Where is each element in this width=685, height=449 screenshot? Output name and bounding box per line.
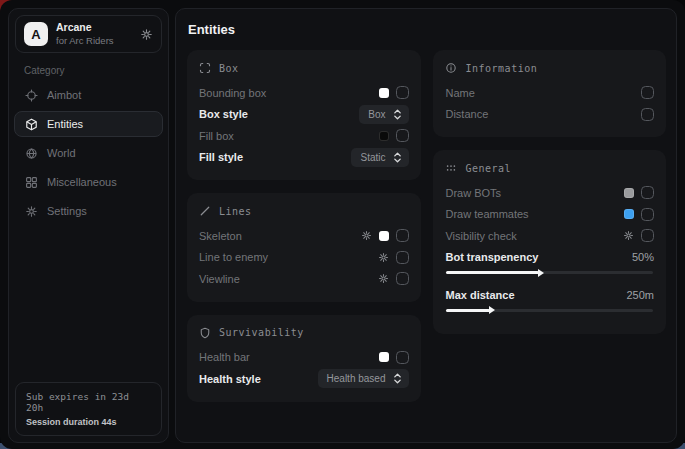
checkbox[interactable] xyxy=(396,351,409,364)
setting-row-health-style: Health style Health based xyxy=(199,368,409,390)
setting-label: Draw teammates xyxy=(445,208,528,220)
checkbox[interactable] xyxy=(641,186,654,199)
slider-thumb[interactable] xyxy=(489,306,495,314)
section-title: Lines xyxy=(219,206,252,217)
checkbox[interactable] xyxy=(396,251,409,264)
sidebar-item-label: World xyxy=(47,147,76,159)
setting-label: Fill style xyxy=(199,151,243,163)
section-information: Information Name Distance xyxy=(433,50,666,137)
chevron-up-down-icon xyxy=(393,152,402,163)
section-lines-header: Lines xyxy=(199,205,409,217)
sidebar-nav: Aimbot Entities World xyxy=(9,82,168,224)
setting-label: Fill box xyxy=(199,130,234,142)
setting-row-fill-box: Fill box xyxy=(199,125,409,147)
gear-icon[interactable] xyxy=(140,28,153,41)
brand-text: Arcane for Arc Riders xyxy=(56,22,114,46)
dropdown-value: Box xyxy=(368,109,385,120)
sidebar-item-settings[interactable]: Settings xyxy=(14,198,163,224)
setting-label: Visibility check xyxy=(445,230,516,242)
setting-label: Viewline xyxy=(199,273,240,285)
dropdown-value: Static xyxy=(360,152,385,163)
gear-icon[interactable] xyxy=(378,273,389,284)
color-swatch[interactable] xyxy=(379,352,389,362)
checkbox[interactable] xyxy=(641,108,654,121)
sidebar-item-miscellaneous[interactable]: Miscellaneous xyxy=(14,169,163,195)
setting-row-visibility-check: Visibility check xyxy=(445,225,654,247)
setting-row-bot-transpenency: Bot transpenency 50% xyxy=(445,247,654,269)
subscription-info: Sub expires in 23d 20h Session duration … xyxy=(15,382,162,436)
checkbox[interactable] xyxy=(396,272,409,285)
focus-brackets-icon xyxy=(199,62,211,74)
color-swatch[interactable] xyxy=(379,231,389,241)
chevron-up-down-icon xyxy=(393,109,402,120)
sidebar-item-world[interactable]: World xyxy=(14,140,163,166)
setting-label: Box style xyxy=(199,108,248,120)
crosshair-icon xyxy=(25,89,38,102)
setting-label: Name xyxy=(445,87,474,99)
color-swatch[interactable] xyxy=(379,88,389,98)
max-distance-slider[interactable] xyxy=(446,309,653,312)
sidebar-item-entities[interactable]: Entities xyxy=(14,111,163,137)
setting-row-skeleton: Skeleton xyxy=(199,225,409,247)
setting-row-draw-teammates: Draw teammates xyxy=(445,204,654,226)
slider-fill xyxy=(446,309,489,312)
sidebar-item-label: Miscellaneous xyxy=(47,176,117,188)
setting-label: Distance xyxy=(445,108,488,120)
color-swatch[interactable] xyxy=(624,209,634,219)
right-column: Information Name Distance xyxy=(433,50,666,402)
left-column: Box Bounding box Box style Box xyxy=(187,50,421,402)
section-title: Box xyxy=(219,63,239,74)
checkbox[interactable] xyxy=(396,129,409,142)
slider-thumb[interactable] xyxy=(538,269,544,277)
brand-subtitle: for Arc Riders xyxy=(56,36,114,46)
chevron-up-down-icon xyxy=(393,373,402,384)
health-style-dropdown[interactable]: Health based xyxy=(318,369,410,388)
setting-row-viewline: Viewline xyxy=(199,268,409,290)
section-title: Survivability xyxy=(219,327,304,338)
setting-label: Health bar xyxy=(199,351,250,363)
category-label: Category xyxy=(24,65,168,76)
bot-transpenency-slider[interactable] xyxy=(446,271,653,274)
setting-row-bounding-box: Bounding box xyxy=(199,82,409,104)
slider-value: 50% xyxy=(632,251,654,263)
checkbox[interactable] xyxy=(396,229,409,242)
setting-row-box-style: Box style Box xyxy=(199,104,409,126)
settings-columns: Box Bounding box Box style Box xyxy=(187,50,666,402)
shield-icon xyxy=(199,327,211,339)
grid-icon xyxy=(25,176,38,189)
main-panel: Entities Box Bounding box xyxy=(175,8,677,443)
app-window: A Arcane for Arc Riders Category xyxy=(0,0,685,449)
setting-row-health-bar: Health bar xyxy=(199,347,409,369)
section-title: General xyxy=(465,163,511,174)
checkbox[interactable] xyxy=(641,86,654,99)
setting-row-fill-style: Fill style Static xyxy=(199,147,409,169)
setting-label: Draw BOTs xyxy=(445,187,501,199)
sidebar-item-aimbot[interactable]: Aimbot xyxy=(14,82,163,108)
gear-icon[interactable] xyxy=(361,230,372,241)
gear-icon xyxy=(25,205,38,218)
cube-icon xyxy=(25,118,38,131)
checkbox[interactable] xyxy=(641,229,654,242)
section-box-header: Box xyxy=(199,62,409,74)
box-style-dropdown[interactable]: Box xyxy=(359,105,409,124)
fill-style-dropdown[interactable]: Static xyxy=(351,148,409,167)
gear-icon[interactable] xyxy=(378,252,389,263)
dropdown-value: Health based xyxy=(327,373,386,384)
checkbox[interactable] xyxy=(396,86,409,99)
gear-icon[interactable] xyxy=(623,230,634,241)
section-survivability: Survivability Health bar Health style He… xyxy=(187,315,421,402)
color-swatch[interactable] xyxy=(379,131,389,141)
setting-label: Line to enemy xyxy=(199,251,268,263)
color-swatch[interactable] xyxy=(624,188,634,198)
checkbox[interactable] xyxy=(641,208,654,221)
dots-grid-icon xyxy=(445,162,457,174)
sidebar-item-label: Settings xyxy=(47,205,87,217)
setting-row-line-to-enemy: Line to enemy xyxy=(199,247,409,269)
brand-card: A Arcane for Arc Riders xyxy=(15,15,162,53)
sidebar-item-label: Aimbot xyxy=(47,89,81,101)
sub-expires-text: Sub expires in 23d 20h xyxy=(26,391,151,413)
setting-row-distance: Distance xyxy=(445,104,654,126)
setting-row-max-distance: Max distance 250m xyxy=(445,284,654,306)
setting-row-draw-bots: Draw BOTs xyxy=(445,182,654,204)
diagonal-line-icon xyxy=(199,205,211,217)
